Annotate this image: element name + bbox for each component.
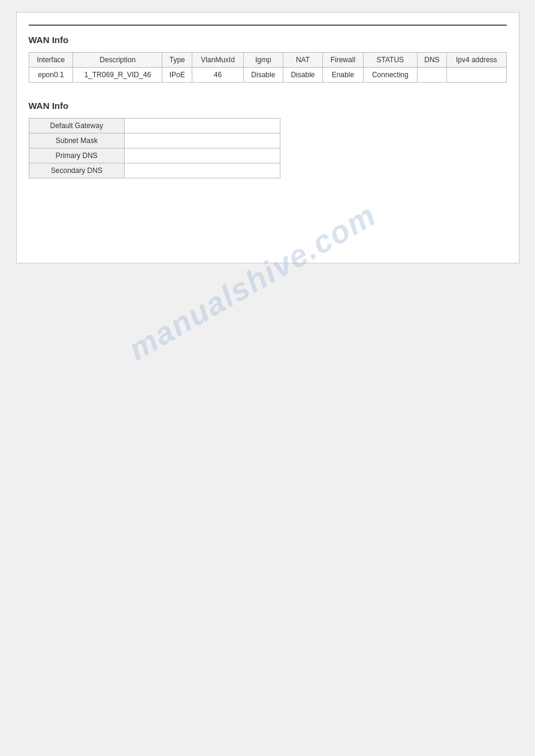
col-header-vlanmuxid: VlanMuxId xyxy=(192,53,244,68)
col-header-dns: DNS xyxy=(417,53,446,68)
top-divider xyxy=(29,25,507,26)
col-header-ipv4: Ipv4 address xyxy=(446,53,506,68)
wan-info-table: Interface Description Type VlanMuxId Igm… xyxy=(29,52,507,83)
info-row: Primary DNS xyxy=(29,148,280,163)
info-row: Default Gateway xyxy=(29,119,280,133)
table-cell: IPoE xyxy=(162,68,192,83)
col-header-interface: Interface xyxy=(29,53,73,68)
section1-title: WAN Info xyxy=(29,35,507,45)
table-cell xyxy=(417,68,446,83)
section2-title: WAN Info xyxy=(29,101,507,111)
info-value xyxy=(125,133,280,148)
table-row: epon0.11_TR069_R_VID_46IPoE46DisableDisa… xyxy=(29,68,506,83)
table-header-row: Interface Description Type VlanMuxId Igm… xyxy=(29,53,506,68)
wan-info-kv-table: Default GatewaySubnet MaskPrimary DNSSec… xyxy=(29,118,280,178)
table-cell: 1_TR069_R_VID_46 xyxy=(73,68,162,83)
watermark: manualshive.com xyxy=(122,196,382,367)
table-cell: Enable xyxy=(323,68,364,83)
info-row: Subnet Mask xyxy=(29,133,280,148)
info-row: Secondary DNS xyxy=(29,163,280,178)
info-label: Primary DNS xyxy=(29,148,125,163)
page-container: WAN Info Interface Description Type Vlan… xyxy=(16,12,519,263)
info-value xyxy=(125,148,280,163)
table-cell: 46 xyxy=(192,68,244,83)
info-value xyxy=(125,119,280,133)
col-header-type: Type xyxy=(162,53,192,68)
table-cell xyxy=(446,68,506,83)
col-header-igmp: Igmp xyxy=(243,53,283,68)
info-value xyxy=(125,163,280,178)
col-header-firewall: Firewall xyxy=(323,53,364,68)
info-label: Default Gateway xyxy=(29,119,125,133)
info-label: Subnet Mask xyxy=(29,133,125,148)
col-header-nat: NAT xyxy=(283,53,322,68)
table-cell: Disable xyxy=(243,68,283,83)
table-cell: Disable xyxy=(283,68,322,83)
table-cell: Connecting xyxy=(363,68,417,83)
table-cell: epon0.1 xyxy=(29,68,73,83)
col-header-description: Description xyxy=(73,53,162,68)
col-header-status: STATUS xyxy=(363,53,417,68)
info-label: Secondary DNS xyxy=(29,163,125,178)
